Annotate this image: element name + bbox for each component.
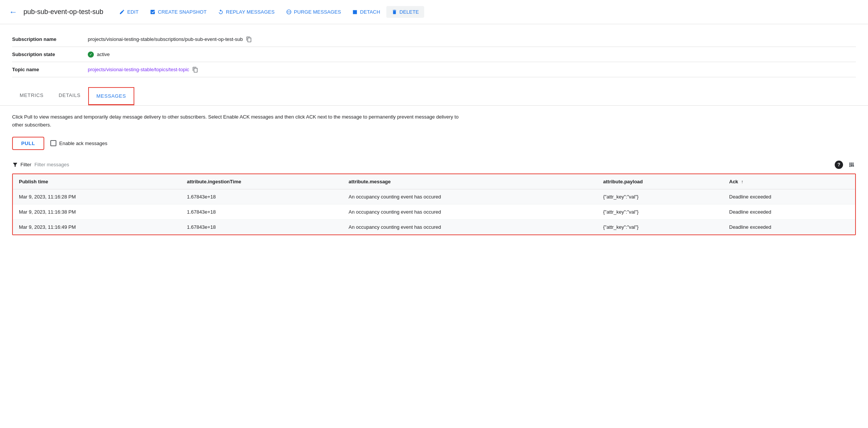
filter-left: Filter Filter messages	[12, 162, 69, 168]
cell-0: Mar 9, 2023, 11:16:49 PM	[13, 219, 181, 234]
delete-label: DELETE	[400, 9, 419, 15]
topic-name-value: projects/visionai-testing-stable/topics/…	[88, 67, 198, 73]
table-row: Mar 9, 2023, 11:16:38 PM1.67843e+18An oc…	[13, 204, 855, 219]
subscription-name-row: Subscription name projects/visionai-test…	[12, 32, 856, 47]
edit-label: EDIT	[127, 9, 138, 15]
purge-messages-button[interactable]: PURGE MESSAGES	[281, 6, 347, 18]
table-row: Mar 9, 2023, 11:16:28 PM1.67843e+18An oc…	[13, 189, 855, 204]
cell-2: An occupancy counting event has occured	[342, 189, 597, 204]
subscription-state-value: ✓ active	[88, 52, 110, 58]
detach-button[interactable]: DETACH	[347, 6, 385, 18]
cell-2: An occupancy counting event has occured	[342, 219, 597, 234]
cell-0: Mar 9, 2023, 11:16:38 PM	[13, 204, 181, 219]
cell-4: Deadline exceeded	[723, 219, 855, 234]
help-icon[interactable]: ?	[835, 161, 843, 169]
messages-content: Click Pull to view messages and temporar…	[0, 106, 868, 243]
svg-rect-2	[353, 10, 357, 14]
toolbar: ← pub-sub-event-op-test-sub EDIT CREATE …	[0, 0, 868, 24]
toolbar-actions: EDIT CREATE SNAPSHOT REPLAY MESSAGES PUR…	[114, 6, 859, 18]
topic-name-row: Topic name projects/visionai-testing-sta…	[12, 62, 856, 77]
ack-sort-icon: ↑	[741, 179, 743, 184]
cell-1: 1.67843e+18	[181, 219, 342, 234]
cell-3: {"attr_key":"val"}	[597, 219, 723, 234]
topic-name-link[interactable]: projects/visionai-testing-stable/topics/…	[88, 67, 189, 72]
detach-icon	[352, 9, 358, 15]
ack-checkbox[interactable]	[50, 140, 56, 146]
cell-4: Deadline exceeded	[723, 204, 855, 219]
subscription-name-text: projects/visionai-testing-stable/subscri…	[88, 36, 243, 42]
table-row: Mar 9, 2023, 11:16:49 PM1.67843e+18An oc…	[13, 219, 855, 234]
col-message: attribute.message	[342, 174, 597, 189]
subscription-state-row: Subscription state ✓ active	[12, 47, 856, 62]
cell-1: 1.67843e+18	[181, 189, 342, 204]
col-payload: attribute.payload	[597, 174, 723, 189]
tab-details[interactable]: DETAILS	[51, 87, 88, 105]
pull-button[interactable]: PULL	[12, 137, 44, 150]
purge-messages-label: PURGE MESSAGES	[294, 9, 341, 15]
cell-0: Mar 9, 2023, 11:16:28 PM	[13, 189, 181, 204]
col-publish-time: Publish time	[13, 174, 181, 189]
status-active-icon: ✓	[88, 52, 94, 58]
subscription-name-copy-icon[interactable]	[246, 36, 252, 42]
filter-right: ?	[835, 161, 856, 169]
ack-checkbox-label: Enable ack messages	[59, 141, 107, 146]
purge-icon	[286, 9, 292, 15]
cell-3: {"attr_key":"val"}	[597, 204, 723, 219]
subscription-state-label: Subscription state	[12, 52, 88, 57]
cell-1: 1.67843e+18	[181, 204, 342, 219]
replay-messages-label: REPLAY MESSAGES	[226, 9, 275, 15]
cell-4: Deadline exceeded	[723, 189, 855, 204]
snapshot-icon	[150, 9, 156, 15]
page-title: pub-sub-event-op-test-sub	[23, 8, 103, 16]
subscription-state-text: active	[97, 52, 110, 57]
columns-icon[interactable]	[848, 161, 856, 169]
filter-button[interactable]: Filter	[12, 162, 31, 168]
messages-table: Publish time attribute.ingestionTime att…	[13, 174, 855, 234]
pull-row: PULL Enable ack messages	[12, 137, 856, 150]
create-snapshot-label: CREATE SNAPSHOT	[158, 9, 207, 15]
create-snapshot-button[interactable]: CREATE SNAPSHOT	[145, 6, 212, 18]
cell-2: An occupancy counting event has occured	[342, 204, 597, 219]
tab-messages[interactable]: MESSAGES	[88, 87, 134, 105]
info-section: Subscription name projects/visionai-test…	[0, 24, 868, 81]
cell-3: {"attr_key":"val"}	[597, 189, 723, 204]
tab-metrics[interactable]: METRICS	[12, 87, 51, 105]
detach-label: DETACH	[360, 9, 380, 15]
replay-icon	[218, 9, 224, 15]
subscription-name-value: projects/visionai-testing-stable/subscri…	[88, 36, 252, 42]
ack-header-label: Ack	[729, 179, 738, 184]
edit-button[interactable]: EDIT	[114, 6, 144, 18]
messages-description: Click Pull to view messages and temporar…	[12, 113, 466, 129]
table-header: Publish time attribute.ingestionTime att…	[13, 174, 855, 189]
edit-icon	[119, 9, 125, 15]
table-body: Mar 9, 2023, 11:16:28 PM1.67843e+18An oc…	[13, 189, 855, 234]
filter-label: Filter	[20, 162, 31, 167]
ack-checkbox-container[interactable]: Enable ack messages	[50, 140, 107, 146]
col-ingestion-time: attribute.ingestionTime	[181, 174, 342, 189]
subscription-name-label: Subscription name	[12, 36, 88, 42]
messages-table-wrapper: Publish time attribute.ingestionTime att…	[12, 173, 856, 235]
topic-name-copy-icon[interactable]	[192, 67, 198, 73]
filter-placeholder: Filter messages	[34, 162, 69, 167]
filter-bar: Filter Filter messages ?	[12, 158, 856, 172]
back-button[interactable]: ←	[9, 7, 17, 17]
tabs: METRICS DETAILS MESSAGES	[12, 87, 856, 105]
delete-icon	[392, 9, 397, 15]
delete-button[interactable]: DELETE	[386, 6, 424, 18]
tabs-container: METRICS DETAILS MESSAGES	[0, 87, 868, 106]
topic-name-label: Topic name	[12, 67, 88, 72]
replay-messages-button[interactable]: REPLAY MESSAGES	[213, 6, 280, 18]
col-ack[interactable]: Ack ↑	[723, 174, 855, 189]
